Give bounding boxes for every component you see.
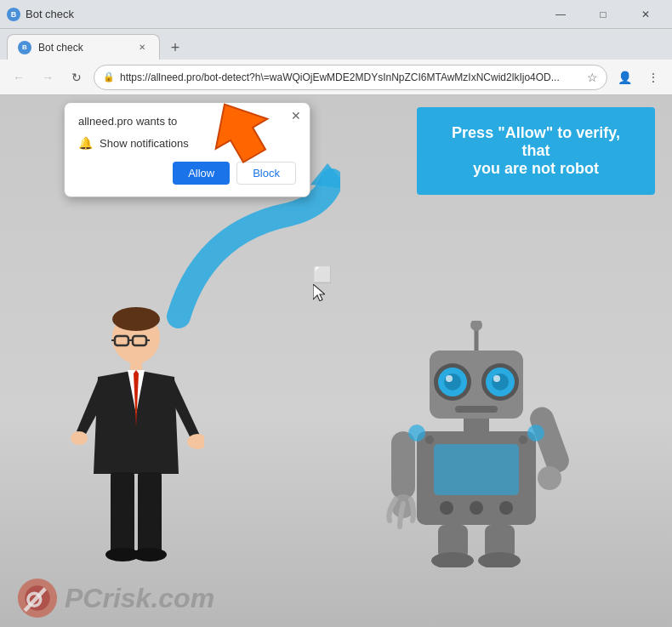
svg-point-31 bbox=[440, 501, 453, 515]
pcrisk-watermark: PCrisk.com bbox=[17, 578, 214, 618]
robot-illustration bbox=[383, 321, 570, 559]
new-tab-button[interactable]: + bbox=[163, 36, 187, 60]
tab-label: Bot check bbox=[38, 42, 83, 54]
minimize-button[interactable]: — bbox=[541, 0, 580, 29]
address-bar: ← → ↻ 🔒 https://allneed.pro/bot-detect?h… bbox=[0, 60, 672, 95]
refresh-button[interactable]: ↻ bbox=[65, 66, 88, 89]
maximize-button[interactable]: □ bbox=[584, 0, 623, 29]
svg-rect-30 bbox=[434, 444, 519, 495]
page-content: Press "Allow" to verify, that you are no… bbox=[0, 95, 672, 627]
svg-point-21 bbox=[444, 373, 461, 390]
tab-favicon: B bbox=[7, 8, 20, 21]
back-button[interactable]: ← bbox=[7, 66, 31, 89]
window-controls: — □ ✕ bbox=[541, 0, 665, 29]
svg-point-37 bbox=[538, 466, 561, 490]
svg-point-15 bbox=[133, 548, 167, 561]
close-button[interactable]: ✕ bbox=[626, 0, 665, 29]
tab-close-button[interactable]: ✕ bbox=[135, 41, 149, 54]
pcrisk-text-label: PCrisk.com bbox=[65, 583, 214, 614]
svg-rect-27 bbox=[455, 406, 498, 413]
svg-rect-28 bbox=[464, 419, 489, 431]
tab-bar: B Bot check ✕ + bbox=[0, 29, 672, 60]
title-bar: B Bot check — □ ✕ bbox=[0, 0, 672, 29]
press-allow-box: Press "Allow" to verify, that you are no… bbox=[417, 107, 655, 195]
active-tab[interactable]: B Bot check ✕ bbox=[7, 34, 160, 60]
lock-icon: 🔒 bbox=[103, 71, 115, 83]
person-illustration bbox=[68, 304, 204, 559]
forward-button[interactable]: → bbox=[36, 66, 60, 89]
bookmark-star-icon[interactable]: ☆ bbox=[587, 71, 598, 84]
popup-close-button[interactable]: ✕ bbox=[291, 110, 301, 122]
press-allow-line1: Press "Allow" to verify, that bbox=[437, 124, 635, 160]
window-title: Bot check bbox=[26, 8, 74, 20]
url-text: https://allneed.pro/bot-detect?h\=waWQiO… bbox=[120, 71, 582, 83]
menu-button[interactable]: ⋮ bbox=[641, 66, 665, 89]
svg-point-26 bbox=[493, 375, 500, 382]
url-input-box[interactable]: 🔒 https://allneed.pro/bot-detect?h\=waWQ… bbox=[94, 65, 607, 90]
mouse-cursor: ⬜ bbox=[313, 265, 332, 301]
svg-point-11 bbox=[71, 431, 88, 445]
popup-show-notifications-text: Show notifications bbox=[100, 137, 189, 150]
svg-rect-34 bbox=[391, 431, 415, 499]
svg-point-22 bbox=[446, 375, 453, 382]
svg-marker-1 bbox=[310, 163, 340, 189]
svg-point-33 bbox=[499, 501, 513, 515]
press-allow-line2: you are not robot bbox=[437, 160, 635, 178]
svg-point-43 bbox=[519, 436, 527, 444]
svg-point-45 bbox=[527, 425, 544, 442]
svg-rect-13 bbox=[138, 472, 162, 553]
svg-point-32 bbox=[470, 501, 483, 515]
svg-point-17 bbox=[470, 321, 482, 331]
bell-icon: 🔔 bbox=[78, 136, 93, 150]
tab-favicon-icon: B bbox=[18, 41, 31, 54]
svg-point-44 bbox=[408, 425, 425, 442]
svg-marker-46 bbox=[313, 284, 325, 301]
svg-point-25 bbox=[492, 373, 509, 390]
svg-rect-12 bbox=[111, 472, 134, 553]
account-button[interactable]: 👤 bbox=[612, 66, 636, 89]
svg-point-42 bbox=[425, 436, 434, 444]
